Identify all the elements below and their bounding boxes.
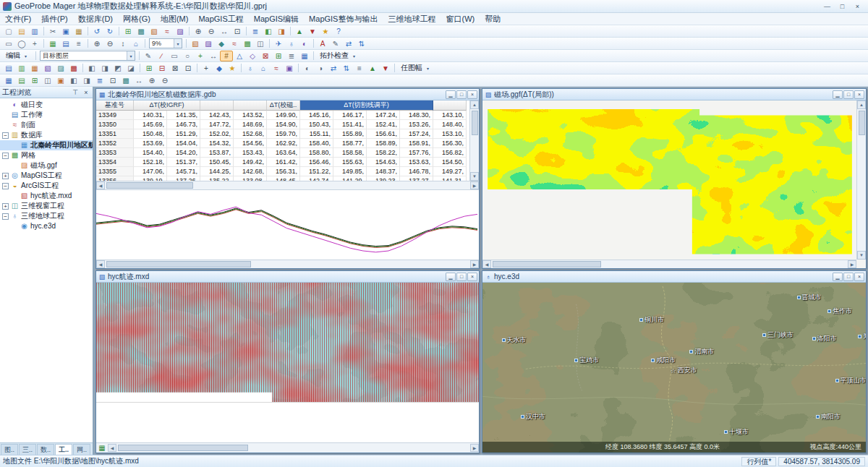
new-grid-icon[interactable]: ⊞ <box>122 26 135 37</box>
redo-icon[interactable]: ↻ <box>103 26 116 37</box>
menu-item-5[interactable]: 地图(M) <box>156 13 194 25</box>
profile-chart[interactable] <box>96 189 479 260</box>
db-column-header-4[interactable] <box>234 100 267 111</box>
db-column-header-7[interactable] <box>433 100 467 111</box>
insert-feature-icon[interactable]: ⊞ <box>272 51 285 61</box>
open-icon[interactable]: ▤ <box>15 26 28 37</box>
topology-check-button[interactable]: 拓扑检查▾ <box>316 51 362 61</box>
db-table-hscroll[interactable]: ◀ ▶ <box>96 181 479 189</box>
win-frame-icon[interactable]: ⊡ <box>106 75 119 86</box>
delete-feature-icon[interactable]: ⊠ <box>259 51 272 61</box>
zoom-in-icon[interactable]: ⊕ <box>192 26 205 37</box>
menu-item-3[interactable]: 数据库(D) <box>73 13 118 25</box>
win-doc-icon[interactable]: ▣ <box>54 75 67 86</box>
scroll-up-icon[interactable]: ▲ <box>857 100 866 109</box>
db-cell[interactable]: 155.89, <box>333 129 367 139</box>
db-cell[interactable]: 142.74, <box>300 176 333 181</box>
earth-window-titlebar[interactable]: ♁ hyc.e3d ▁ □ × <box>482 271 866 283</box>
scroll-down-icon[interactable]: ▼ <box>857 251 866 260</box>
db-cell[interactable]: 158.77, <box>333 139 367 148</box>
panel-tab-2[interactable]: 三.. <box>19 444 36 455</box>
win-grid-icon[interactable]: ▩ <box>119 75 132 86</box>
db-cell[interactable]: 137.26, <box>167 176 200 181</box>
tree-item-13[interactable]: ◉hyc.e3d <box>0 221 93 231</box>
db-cell[interactable]: 146.73, <box>167 120 200 129</box>
db-cell[interactable]: 144.25, <box>200 167 234 176</box>
db-cell[interactable]: 156.61, <box>367 129 400 139</box>
vertex-tool-icon[interactable]: ◇ <box>246 51 259 61</box>
projection-icon[interactable]: ♁ <box>244 63 257 74</box>
db-cell[interactable]: 148.40, <box>433 120 467 129</box>
db-cell[interactable]: 13350 <box>96 120 134 129</box>
db-cell[interactable]: 13356 <box>96 176 134 181</box>
map-close-button[interactable]: × <box>467 273 477 281</box>
grid-window-titlebar[interactable]: ▨ 磁场.ggf(ΔT(局部)) ▁ □ × <box>482 89 866 100</box>
db-cell[interactable]: 141.31, <box>433 176 467 181</box>
scroll-left-icon[interactable]: ◀ <box>96 181 105 189</box>
scroll-thumb[interactable] <box>106 261 251 267</box>
db-cell[interactable]: 151.29, <box>167 129 200 139</box>
menu-item-6[interactable]: MapGIS工程 <box>193 13 248 25</box>
map-hscroll[interactable]: ◀ ▶ <box>108 443 479 453</box>
db-cell[interactable]: 13355 <box>96 167 134 176</box>
scroll-thumb[interactable] <box>106 182 193 189</box>
scroll-right-icon[interactable]: ▶ <box>470 444 479 452</box>
win-new-icon[interactable]: ⊞ <box>28 75 41 86</box>
list-order-icon[interactable]: ≡ <box>353 63 366 74</box>
shading-alt-icon[interactable]: ◑ <box>314 63 327 74</box>
panel-tab-4[interactable]: 工.. <box>55 444 72 455</box>
panel-close-icon[interactable]: × <box>82 89 90 96</box>
scroll-thumb[interactable] <box>118 445 248 451</box>
tree-expander-icon[interactable]: − <box>2 183 9 189</box>
db-cell[interactable]: 158.91, <box>400 139 433 148</box>
db-cell[interactable]: 13354 <box>96 158 134 167</box>
db-cell[interactable]: 158.80, <box>300 148 333 158</box>
win-split-icon[interactable]: ◫ <box>41 75 54 86</box>
view-pan-icon[interactable]: ↕ <box>116 38 129 49</box>
db-cell[interactable]: 154.63, <box>367 158 400 167</box>
db-cell[interactable]: 147.06, <box>134 167 167 176</box>
db-table-vscroll[interactable]: ▲ ▼ <box>469 100 479 181</box>
grid-hscroll[interactable]: ◀ ▶ <box>482 260 856 268</box>
marker-icon[interactable]: ★ <box>226 63 239 74</box>
menu-item-9[interactable]: 三维地球工程 <box>383 13 441 25</box>
db-cell[interactable]: 139.19, <box>134 176 167 181</box>
chart-hscroll[interactable]: ◀ ▶ <box>96 260 479 268</box>
earth-view[interactable]: 晋城市焦作市铜川市三门峡市洛阳市郑天水市渭南市宝鸡市咸阳市☆西安市平顶山市汉中市… <box>482 283 866 453</box>
panel-tab-5[interactable]: 网.. <box>73 444 90 455</box>
tree-expander-icon[interactable]: + <box>2 173 9 179</box>
db-cell[interactable]: 148.37, <box>367 167 400 176</box>
move-node-icon[interactable]: ↔ <box>207 51 220 61</box>
db-cell[interactable]: 150.43, <box>300 120 333 129</box>
db-cell[interactable]: 159.70, <box>267 129 300 139</box>
contour-icon[interactable]: ≈ <box>270 63 283 74</box>
hatch-icon[interactable]: ▨ <box>54 63 67 74</box>
active-edit-tool-icon[interactable]: # <box>220 51 233 61</box>
copy-icon[interactable]: ▣ <box>59 26 72 37</box>
db-cell[interactable]: 135.22, <box>200 176 234 181</box>
raster-icon[interactable]: ▨ <box>174 26 187 37</box>
db-cell[interactable]: 151.22, <box>300 167 333 176</box>
frame-extent-icon[interactable]: ⊡ <box>182 63 195 74</box>
db-cell[interactable]: 145.71, <box>167 167 200 176</box>
scroll-up-icon[interactable]: ▲ <box>470 100 479 109</box>
tree-item-6[interactable]: −▩网格 <box>0 150 93 160</box>
close-button[interactable]: × <box>850 1 865 12</box>
flip-icon[interactable]: ⇅ <box>340 63 353 74</box>
grid-vscroll[interactable]: ▲ ▼ <box>856 100 866 260</box>
export-icon[interactable]: ▼ <box>306 26 319 37</box>
layers-icon[interactable]: ≣ <box>249 26 262 37</box>
db-cell[interactable]: 149.85, <box>333 167 367 176</box>
grid-view-icon[interactable]: ▩ <box>135 26 148 37</box>
db-cell[interactable]: 141.29, <box>333 176 367 181</box>
db-cell[interactable]: 153.63, <box>400 158 433 167</box>
circle-tool-icon[interactable]: ○ <box>181 51 194 61</box>
save-icon[interactable]: ▥ <box>28 26 41 37</box>
hillshade-icon[interactable]: ◐ <box>298 38 311 49</box>
select-rect-icon[interactable]: ▭ <box>2 38 15 49</box>
db-cell[interactable]: 154.32, <box>200 139 234 148</box>
scroll-right-icon[interactable]: ▶ <box>848 260 856 268</box>
earth-minimize-button[interactable]: ▁ <box>833 273 843 281</box>
menu-item-2[interactable]: 插件(P) <box>36 13 73 25</box>
db-cell[interactable]: 156.30, <box>433 139 467 148</box>
